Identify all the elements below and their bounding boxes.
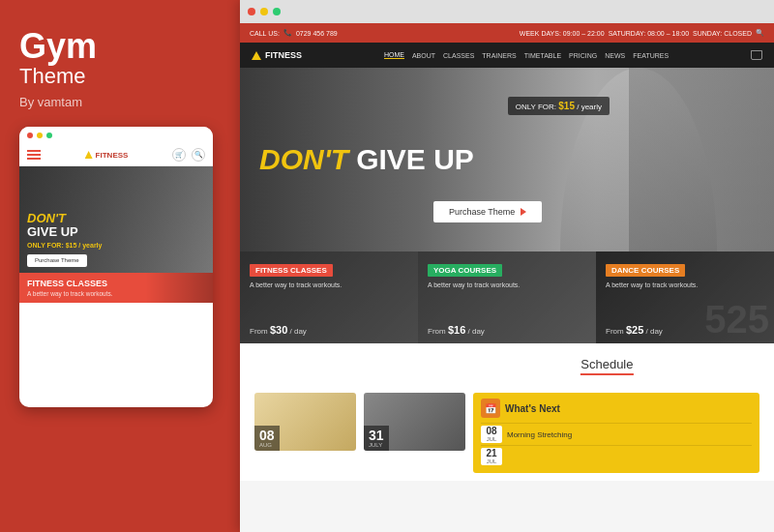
whats-next-item-1: 08 JUL Morning Stretching [481, 423, 752, 445]
site-topbar-right: WEEK DAYS: 09:00 – 22:00 SATURDAY: 08:00… [520, 29, 764, 37]
calendar-icon: 📅 [481, 399, 500, 418]
whats-next-item-2: 21 JUL [481, 445, 752, 467]
mobile-hero: DON'T GIVE UP ONLY FOR: $15 / yearly Pur… [19, 166, 213, 273]
nav-classes[interactable]: CLASSES [443, 52, 474, 59]
site-nav-links: HOME ABOUT CLASSES TRAINERS TIMETABLE PR… [384, 51, 669, 59]
mobile-price: ONLY FOR: $15 / yearly [27, 242, 102, 250]
mobile-mockup: FITNESS 🛒 🔍 DON'T GIVE UP ONLY FOR: $15 … [19, 127, 213, 407]
mobile-search-icon[interactable]: 🔍 [192, 148, 205, 162]
mobile-fitness-banner: FITNESS CLASSES A better way to track wo… [19, 273, 213, 303]
nav-home[interactable]: HOME [384, 51, 404, 59]
author-label: By vamtam [19, 95, 221, 109]
yoga-label: YOGA COURSES [428, 264, 502, 277]
hero-content: DON'T GIVE UP [240, 145, 493, 174]
mobile-window-dots [19, 127, 213, 144]
sunday-hours: SUNDAY: CLOSED [693, 30, 752, 37]
dance-desc: A better way to track workouts. [606, 281, 764, 289]
dance-label: DANCE COURSES [606, 264, 685, 277]
schedule-date-2: 31 JULY [364, 426, 389, 451]
schedule-date-1: 08 AUG [254, 426, 280, 451]
browser-dot-yellow [260, 8, 268, 15]
yoga-desc: A better way to track workouts. [428, 281, 586, 289]
whats-next-panel: 📅 What's Next 08 JUL Morning Stretching … [473, 393, 759, 473]
hero-giveup: GIVE UP [356, 145, 474, 174]
mobile-topbar-icons: 🛒 🔍 [172, 148, 205, 162]
browser-dot-green [273, 8, 281, 15]
event-date-1: 08 JUL [481, 426, 502, 443]
mobile-topbar: FITNESS 🛒 🔍 [19, 144, 213, 166]
dot-yellow [37, 133, 43, 138]
dance-price: From $25 / day [606, 324, 764, 336]
weekday-hours: WEEK DAYS: 09:00 – 22:00 [520, 30, 605, 37]
fitness-label: FITNESS CLASSES [250, 264, 333, 277]
course-card-fitness[interactable]: FITNESS CLASSES A better way to track wo… [240, 251, 418, 343]
gym-title: Gym [19, 29, 221, 64]
dot-green [46, 133, 52, 138]
browser-mockup: CALL US: 📞 0729 456 789 WEEK DAYS: 09:00… [240, 0, 774, 532]
site-topbar: CALL US: 📞 0729 456 789 WEEK DAYS: 09:00… [240, 23, 774, 43]
hamburger-icon[interactable] [27, 150, 41, 160]
site-logo: FITNESS [252, 50, 302, 60]
dot-red [27, 133, 33, 138]
btn-arrow-icon [521, 208, 526, 216]
event-date-2: 21 JUL [481, 448, 502, 465]
course-card-yoga[interactable]: YOGA COURSES A better way to track worko… [418, 251, 596, 343]
whats-next-header: 📅 What's Next [481, 399, 752, 418]
course-card-dance[interactable]: 525 DANCE COURSES A better way to track … [596, 251, 774, 343]
nav-features[interactable]: FEATURES [633, 52, 669, 59]
cart-icon [751, 50, 762, 60]
phone-label: CALL US: [250, 30, 280, 37]
browser-titlebar [240, 0, 774, 23]
phone-number: 0729 456 789 [296, 30, 338, 37]
schedule-section: Schedule 08 AUG 31 JULY [240, 343, 774, 481]
hero-dont: DON'T [259, 145, 348, 174]
mobile-logo: FITNESS [85, 151, 129, 160]
whats-next-title: What's Next [505, 403, 560, 414]
logo-triangle-icon [252, 51, 261, 60]
nav-cart[interactable] [751, 50, 762, 60]
event-name-1: Morning Stretching [507, 430, 572, 439]
nav-about[interactable]: ABOUT [412, 52, 435, 59]
hero-price-badge: ONLY FOR: $15 / yearly [508, 97, 610, 115]
schedule-content: 08 AUG 31 JULY 📅 What's Next [254, 393, 759, 473]
schedule-card-2[interactable]: 31 JULY [364, 393, 465, 451]
theme-subtitle: Theme [19, 64, 221, 89]
browser-dot-red [248, 8, 255, 15]
mobile-hero-dont: DON'T [27, 212, 102, 225]
site-hero: DON'T GIVE UP ONLY FOR: $15 / yearly Pur… [240, 68, 774, 251]
left-panel: Gym Theme By vamtam FITNESS 🛒 🔍 [0, 0, 240, 532]
hero-purchase-btn[interactable]: Purchase Theme [433, 201, 542, 222]
nav-news[interactable]: NEWS [605, 52, 625, 59]
mobile-logo-icon [85, 151, 93, 159]
mobile-cart-icon[interactable]: 🛒 [172, 148, 186, 162]
fitness-desc: A better way to track workouts. [250, 281, 408, 289]
site-nav: FITNESS HOME ABOUT CLASSES TRAINERS TIME… [240, 43, 774, 68]
nav-trainers[interactable]: TRAINERS [482, 52, 516, 59]
nav-pricing[interactable]: PRICING [569, 52, 597, 59]
fitness-price: From $30 / day [250, 324, 408, 336]
mobile-hero-giveup: GIVE UP [27, 225, 102, 239]
mobile-purchase-btn[interactable]: Purchase Theme [27, 254, 87, 267]
site-topbar-left: CALL US: 📞 0729 456 789 [250, 29, 338, 37]
schedule-title: Schedule [580, 357, 633, 375]
saturday-hours: SATURDAY: 08:00 – 18:00 [609, 30, 689, 37]
course-cards: FITNESS CLASSES A better way to track wo… [240, 251, 774, 343]
yoga-price: From $16 / day [428, 324, 586, 336]
schedule-card-1[interactable]: 08 AUG [254, 393, 356, 451]
nav-timetable[interactable]: TIMETABLE [524, 52, 561, 59]
